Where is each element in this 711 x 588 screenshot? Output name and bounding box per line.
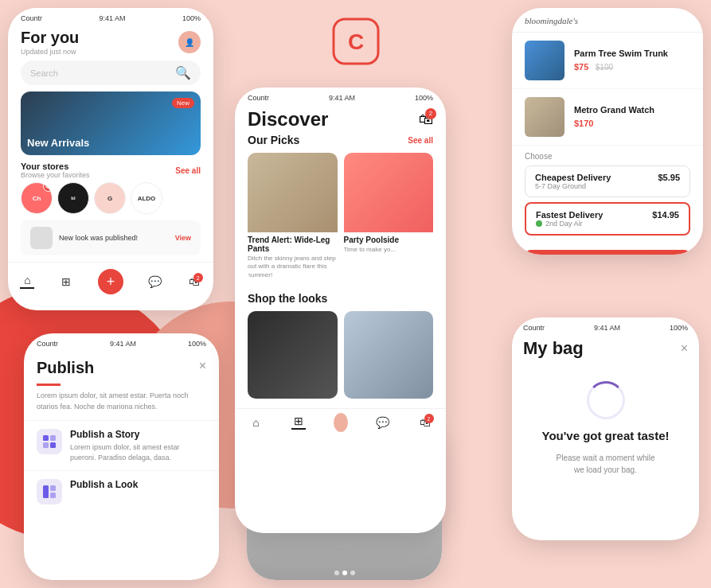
dot-3: [350, 570, 355, 575]
pick-img-1: [248, 153, 338, 232]
discover-title: Discover: [248, 108, 328, 130]
our-picks-header: Our Picks See all: [235, 134, 446, 153]
store-bloomingdales[interactable]: bl: [57, 182, 89, 214]
notif-thumb: [30, 227, 53, 249]
discover-cart-badge: 2: [425, 108, 436, 119]
publish-title: Publish: [37, 359, 94, 377]
mybag-wait-text: Please wait a moment whilewe load your b…: [557, 452, 655, 476]
choose-label: Choose: [525, 152, 690, 161]
notification-bar: New look was published! View: [21, 220, 201, 255]
publish-story-icon: [37, 429, 62, 454]
discover-header-row: Discover 🛍 2: [235, 105, 446, 134]
discover-bag-badge: 2: [424, 414, 434, 423]
mybag-great-taste: You've got great taste!: [542, 429, 670, 442]
svg-rect-7: [50, 485, 56, 491]
phone-publish: Countr 9:41 AM 100% Publish × Lorem ipsu…: [24, 333, 219, 580]
bloom-header: bloomingdale's: [512, 8, 703, 33]
pick-card-2[interactable]: Party Poolside Time to make yo...: [344, 153, 434, 279]
delivery-dot: [536, 220, 542, 227]
product-info-2: Metro Grand Watch $170: [574, 104, 654, 130]
dot-1: [334, 570, 339, 575]
cart-icon-area[interactable]: 🛍 2: [419, 111, 433, 128]
product-row-1: Parm Tree Swim Trunk $75 $100: [512, 33, 703, 89]
store-icons-list: Ch 44 bl G ALDO: [21, 182, 201, 214]
pick-desc-1: Ditch the skinny jeans and step out with…: [248, 255, 338, 279]
svg-rect-4: [43, 442, 49, 448]
stores-see-all[interactable]: See all: [175, 166, 201, 175]
hero-banner[interactable]: New Arrivals New: [21, 92, 201, 155]
phone-bloomingdales: bloomingdale's Parm Tree Swim Trunk $75 …: [512, 8, 703, 255]
picks-grid: Trend Alert: Wide-Leg Pants Ditch the sk…: [235, 153, 446, 289]
pick-img-2: [344, 153, 434, 232]
battery-mybag: 100%: [670, 324, 688, 332]
status-bar-publish: Countr 9:41 AM 100%: [24, 333, 219, 349]
mybag-header: My bag ×: [512, 335, 699, 365]
time-mybag: 9:41 AM: [594, 324, 620, 332]
nav-grid[interactable]: ⊞: [59, 275, 73, 289]
publish-look-icon: [37, 479, 62, 504]
nav-bag[interactable]: 🛍 2: [187, 275, 201, 289]
pick-label-2: Party Poolside: [344, 232, 434, 246]
foryou-title: For you: [21, 29, 79, 47]
publish-header: Publish ×: [24, 349, 219, 380]
delivery-cheapest-price: $5.95: [658, 173, 680, 182]
our-picks-see-all[interactable]: See all: [408, 136, 433, 145]
status-bar-foryou: Countr 9:41 AM 100%: [8, 8, 213, 25]
publish-story-desc: Lorem ipsum dolor, sit amest estar puero…: [70, 442, 206, 462]
search-bar[interactable]: Search 🔍: [21, 60, 201, 85]
status-bar-discover: Countr 9:41 AM 100%: [235, 88, 446, 105]
delivery-option-cheapest[interactable]: Cheapest Delivery $5.95 5-7 Day Ground: [525, 165, 690, 197]
phone-for-you: Countr 9:41 AM 100% For you Updated just…: [8, 8, 213, 310]
notif-view-button[interactable]: View: [175, 234, 191, 242]
nav-chat[interactable]: 💬: [148, 275, 162, 289]
pick-desc-2: Time to make yo...: [344, 246, 434, 254]
user-avatar[interactable]: 👤: [178, 31, 201, 53]
dot-2: [342, 570, 347, 575]
nav-home[interactable]: ⌂: [20, 275, 34, 289]
stores-section: Your stores Browse your favorites See al…: [8, 162, 213, 214]
discover-nav-bag[interactable]: 🛍 2: [418, 415, 432, 430]
look-card-1[interactable]: [248, 311, 338, 399]
time-discover: 9:41 AM: [329, 94, 355, 102]
publish-story-item[interactable]: Publish a Story Lorem ipsum dolor, sit a…: [24, 420, 219, 470]
upload-dots: [334, 570, 355, 575]
svg-text:C: C: [347, 29, 363, 54]
delivery-option-fastest[interactable]: Fastest Delivery $14.95 2nd Day Air: [525, 202, 690, 236]
mybag-close[interactable]: ×: [681, 341, 688, 356]
publish-look-item[interactable]: Publish a Look: [24, 470, 219, 512]
product-info-1: Parm Tree Swim Trunk $75 $100: [574, 48, 668, 73]
search-placeholder: Search: [30, 68, 58, 78]
store-glossier[interactable]: G: [94, 182, 126, 214]
publish-close[interactable]: ×: [199, 359, 206, 373]
svg-rect-3: [50, 435, 56, 441]
product-thumb-swim: [525, 41, 565, 80]
product-row-2: Metro Grand Watch $170: [512, 89, 703, 146]
battery-foryou: 100%: [182, 14, 201, 22]
discover-nav-profile[interactable]: [334, 415, 348, 430]
delivery-fastest-sub: 2nd Day Air: [536, 220, 679, 228]
discover-nav-chat[interactable]: 💬: [376, 415, 390, 430]
product-price-1: $75: [574, 62, 588, 72]
discover-nav-home[interactable]: ⌂: [249, 415, 264, 430]
phone-discover: Countr 9:41 AM 100% Discover 🛍 2 Our Pic…: [235, 88, 446, 533]
bottom-nav-discover: ⌂ ⊞ 💬 🛍 2: [235, 408, 446, 436]
foryou-subtitle: Updated just now: [21, 48, 79, 56]
publish-look-content: Publish a Look: [70, 479, 138, 493]
time-publish: 9:41 AM: [110, 340, 136, 348]
publish-story-title: Publish a Story: [70, 429, 206, 440]
battery-publish: 100%: [188, 340, 206, 348]
delivery-fastest-name: Fastest Delivery: [536, 210, 603, 220]
delivery-cheapest-name: Cheapest Delivery: [535, 173, 611, 182]
store-chelsea[interactable]: Ch 44: [21, 182, 53, 214]
stores-subtitle: Browse your favorites: [21, 171, 90, 179]
looks-grid: [235, 311, 446, 399]
bag-badge: 2: [193, 273, 203, 282]
store-aldo[interactable]: ALDO: [131, 182, 162, 214]
search-icon: 🔍: [175, 65, 191, 80]
discover-nav-grid[interactable]: ⊞: [291, 415, 306, 430]
pick-card-1[interactable]: Trend Alert: Wide-Leg Pants Ditch the sk…: [248, 153, 338, 279]
nav-plus[interactable]: +: [98, 269, 123, 294]
svg-rect-5: [50, 442, 56, 448]
save-button[interactable]: Save: [525, 250, 690, 255]
look-card-2[interactable]: [344, 311, 434, 399]
